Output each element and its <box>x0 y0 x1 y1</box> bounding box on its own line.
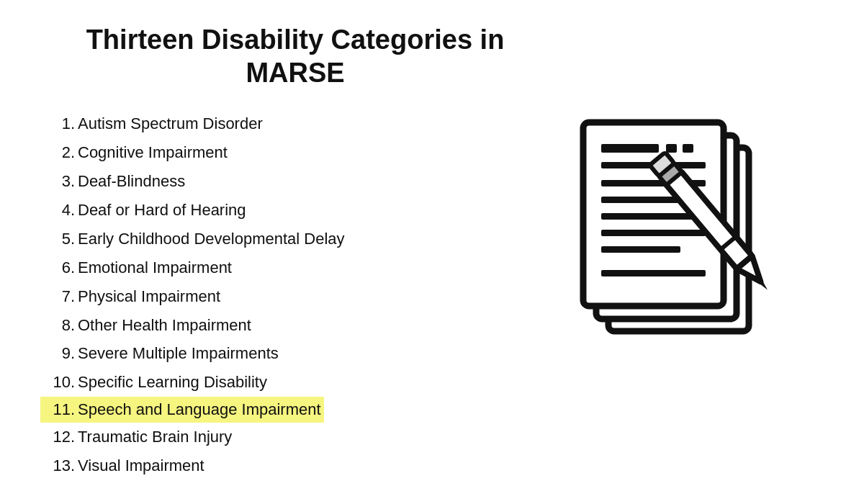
disability-list: 1.Autism Spectrum Disorder2.Cognitive Im… <box>43 109 547 480</box>
list-item: 2.Cognitive Impairment <box>43 138 547 167</box>
list-item: 13.Visual Impairment <box>43 451 547 480</box>
svg-rect-3 <box>601 144 659 153</box>
list-item-text: Visual Impairment <box>78 454 204 477</box>
svg-rect-10 <box>601 230 706 236</box>
list-item-number: 10. <box>43 371 78 394</box>
list-item-text: Traumatic Brain Injury <box>78 426 232 449</box>
list-item-number: 5. <box>43 228 78 251</box>
list-item: 12.Traumatic Brain Injury <box>43 423 547 451</box>
svg-rect-5 <box>683 144 693 153</box>
right-section <box>547 115 821 389</box>
document-pencil-icon <box>569 115 814 389</box>
list-item-number: 8. <box>43 314 78 337</box>
list-item: 6.Emotional Impairment <box>43 253 547 282</box>
list-item-text: Early Childhood Developmental Delay <box>78 228 345 251</box>
list-item-text: Speech and Language Impairment <box>78 398 321 421</box>
list-item: 1.Autism Spectrum Disorder <box>43 109 547 138</box>
list-item: 5.Early Childhood Developmental Delay <box>43 225 547 253</box>
list-item-text: Other Health Impairment <box>78 314 251 337</box>
svg-rect-4 <box>666 144 677 153</box>
list-item: 8.Other Health Impairment <box>43 311 547 340</box>
list-item-number: 7. <box>43 285 78 308</box>
list-item-text: Emotional Impairment <box>78 256 232 279</box>
list-item-number: 9. <box>43 342 78 365</box>
list-item: 11.Speech and Language Impairment <box>40 397 324 423</box>
list-item-text: Deaf or Hard of Hearing <box>78 199 246 222</box>
list-item-text: Severe Multiple Impairments <box>78 342 279 365</box>
list-item-number: 2. <box>43 141 78 164</box>
svg-rect-11 <box>601 246 680 253</box>
svg-rect-12 <box>601 270 706 276</box>
list-item: 4.Deaf or Hard of Hearing <box>43 196 547 225</box>
page-title: Thirteen Disability Categories in MARSE <box>43 24 547 89</box>
list-item-text: Autism Spectrum Disorder <box>78 112 263 135</box>
list-item-number: 6. <box>43 256 78 279</box>
list-item: 7.Physical Impairment <box>43 282 547 311</box>
list-item-number: 1. <box>43 112 78 135</box>
list-item-text: Deaf-Blindness <box>78 170 185 193</box>
page-container: Thirteen Disability Categories in MARSE … <box>0 0 864 504</box>
list-item-number: 13. <box>43 454 78 477</box>
list-item-number: 12. <box>43 426 78 449</box>
list-item: 10.Specific Learning Disability <box>43 368 547 397</box>
list-item: 9.Severe Multiple Impairments <box>43 339 547 368</box>
list-item-text: Specific Learning Disability <box>78 371 267 394</box>
list-item-text: Physical Impairment <box>78 285 220 308</box>
list-item-number: 4. <box>43 199 78 222</box>
list-item-number: 3. <box>43 170 78 193</box>
list-item-text: Cognitive Impairment <box>78 141 228 164</box>
list-item: 3.Deaf-Blindness <box>43 167 547 196</box>
list-item-number: 11. <box>43 398 78 421</box>
svg-marker-15 <box>756 277 770 292</box>
left-section: Thirteen Disability Categories in MARSE … <box>43 24 547 480</box>
